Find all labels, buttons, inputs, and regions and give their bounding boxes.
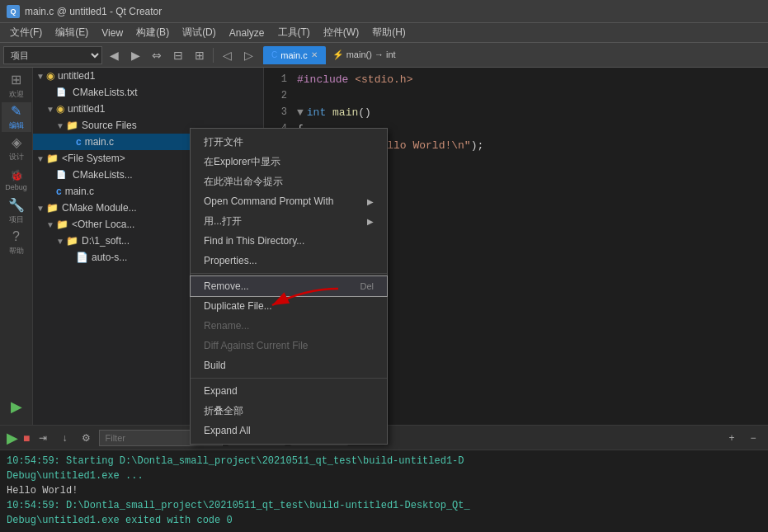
menu-file[interactable]: 文件(F) [3,24,49,41]
menu-edit[interactable]: 编辑(E) [49,24,95,41]
sidebar-welcome[interactable]: ⊞ 欢迎 [2,71,31,101]
submenu-arrow2-icon: ▶ [367,217,374,226]
arrow-icon: ▼ [56,121,66,130]
ctx-open-file[interactable]: 打开文件 [191,132,387,152]
ctx-find-dir[interactable]: Find in This Directory... [191,231,387,251]
welcome-icon: ⊞ [11,72,21,87]
project-icon: 🔧 [8,197,25,213]
toolbar-btn-split[interactable]: ⊞ [190,46,210,64]
arrow-icon: ▼ [36,204,46,213]
menu-help[interactable]: 帮助(H) [365,24,412,41]
output-line-1: 10:54:59: Starting D:\Dontla_small_proje… [7,454,761,468]
arrow-icon: ▼ [56,237,66,246]
ctx-rename: Rename... [191,316,387,336]
tree-item-untitled1-root[interactable]: ▼ ◉ untitled1 [33,68,263,84]
tab-close-icon[interactable]: ✕ [311,50,318,59]
ctx-sep-2 [191,378,387,379]
ctx-collapse-all[interactable]: 折叠全部 [191,401,387,421]
sidebar-project[interactable]: 🔧 项目 [2,196,31,226]
toolbar-btn-fwd[interactable]: ▶ [125,46,145,64]
add-button[interactable]: + [723,430,740,446]
line-2: 2 [264,87,768,104]
arrow-icon: ▼ [46,105,56,114]
ctx-expand[interactable]: Expand [191,381,387,401]
sidebar-debug2[interactable]: ▶ [2,392,31,421]
ctx-remove[interactable]: Remove... Del [191,276,387,296]
editor-tab-main[interactable]: C main.c ✕ [263,46,326,64]
stop-button[interactable]: ■ [23,431,30,445]
tab-filename: main.c [280,50,307,60]
ctx-sep-1 [191,273,387,274]
toolbar-btn-next[interactable]: ▷ [238,46,258,64]
toolbar-btn-snap[interactable]: ⊟ [168,46,188,64]
help-icon: ? [12,229,20,244]
ctx-expand-all[interactable]: Expand All [191,421,387,440]
source-files-label: Source Files [82,120,137,131]
cmake-icon: 📁 [46,202,59,214]
ctx-show-explorer[interactable]: 在Explorer中显示 [191,152,387,172]
submenu-arrow-icon: ▶ [367,197,374,206]
run-icon: ▶ [11,398,22,416]
shortcut-del: Del [360,281,374,291]
spacer [46,171,56,180]
minus-button[interactable]: − [745,430,761,446]
toolbar: 项目 ◀ ▶ ⇔ ⊟ ⊞ ◁ ▷ C main.c ✕ ⚡ main() → i… [0,43,768,68]
c-file-icon: c [76,136,82,148]
sidebar-edit[interactable]: ✎ 编辑 [2,102,31,132]
other-folder-icon: 📁 [56,219,68,230]
output-line-3: Hello World! [7,483,761,498]
design-icon: ◈ [12,134,21,150]
spacer [66,253,76,262]
txt-icon2: 📄 [56,170,69,180]
toolbar-separator [213,48,214,63]
toolbar-btn-back[interactable]: ◀ [104,46,124,64]
ctx-open-cmd-with[interactable]: Open Command Prompt With ▶ [191,191,387,211]
title-bar: Q main.c @ untitled1 - Qt Creator [0,0,768,23]
c-file-icon2: c [56,186,62,197]
sidebar-debug[interactable]: 🐞 Debug [2,165,31,195]
txt-icon: 📄 [56,87,69,97]
ctx-build[interactable]: Build [191,355,387,375]
menu-build[interactable]: 构建(B) [130,24,176,41]
sidebar-design[interactable]: ◈ 设计 [2,134,31,163]
run-button[interactable]: ▶ [7,429,18,447]
menu-view[interactable]: View [95,26,130,40]
d-folder-icon: 📁 [66,235,78,247]
context-menu: 打开文件 在Explorer中显示 在此弹出命令提示 Open Command … [190,128,388,445]
menu-bar: 文件(F) 编辑(E) View 构建(B) 调试(D) Analyze 工具(… [0,23,768,43]
toolbar-btn-prev[interactable]: ◁ [217,46,237,64]
menu-controls[interactable]: 控件(W) [317,24,365,41]
output-panel: 10:54:59: Starting D:\Dontla_small_proje… [0,450,768,532]
project-icon-sub: ◉ [56,103,64,115]
sidebar-help[interactable]: ? 帮助 [2,228,31,257]
menu-debug[interactable]: 调试(D) [176,24,223,41]
spacer [66,138,76,147]
filesystem-icon: 📁 [46,153,59,164]
arrow-icon: ▼ [46,220,56,229]
project-selector[interactable]: 项目 [3,46,102,64]
output-line-5: Debug\untitled1.exe exited with code 0 [7,513,761,528]
menu-tools[interactable]: 工具(T) [271,24,317,41]
ctx-cmd-prompt[interactable]: 在此弹出命令提示 [191,172,387,191]
debug-icon: 🐞 [10,169,23,181]
spacer [46,187,56,196]
output-line-2: Debug\untitled1.exe ... [7,468,761,483]
output-line-4: 10:54:59: D:\Dontla_small_project\202105… [7,498,761,513]
step-into-button[interactable]: ↓ [56,430,73,446]
tab-bar: C main.c ✕ ⚡ main() → int [263,46,765,64]
arrow-icon: ▼ [36,154,46,163]
tree-item-untitled1-sub[interactable]: ▼ ◉ untitled1 [33,101,263,117]
left-sidebar: ⊞ 欢迎 ✎ 编辑 ◈ 设计 🐞 Debug 🔧 项目 ? 帮助 ▶ [0,68,33,425]
step-over-button[interactable]: ⇥ [35,430,51,446]
menu-analyze[interactable]: Analyze [223,26,271,40]
project-icon-root: ◉ [46,70,54,82]
settings-button[interactable]: ⚙ [78,430,94,446]
arrow-icon: ▼ [36,72,46,81]
ctx-open-with[interactable]: 用...打开 ▶ [191,211,387,231]
line-1: 1 #include <stdio.h> [264,71,768,87]
tree-item-cmakelists-root[interactable]: 📄 CMakeLists.txt [33,84,263,101]
toolbar-btn-link[interactable]: ⇔ [147,46,167,64]
app-icon: Q [7,5,20,18]
ctx-duplicate[interactable]: Duplicate File... [191,296,387,316]
ctx-properties[interactable]: Properties... [191,251,387,271]
